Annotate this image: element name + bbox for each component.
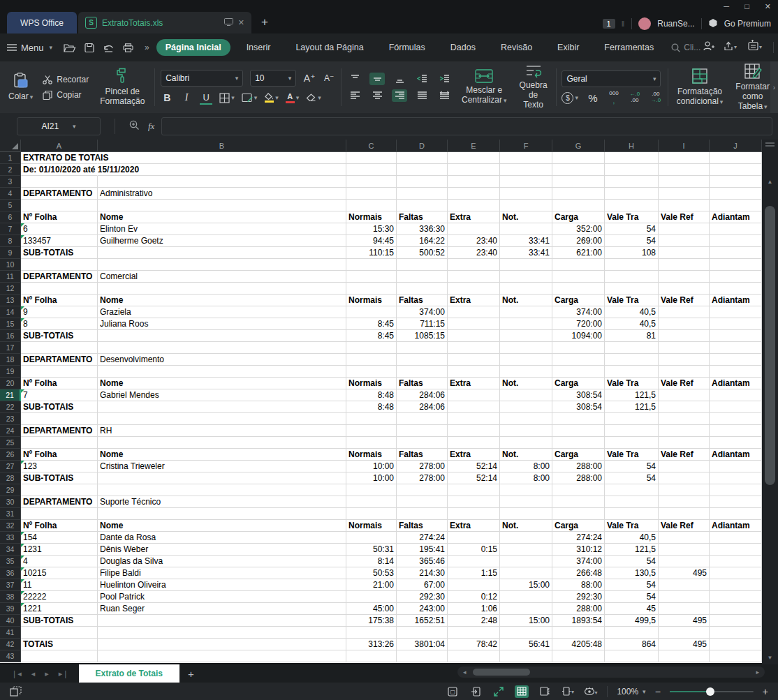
cell-I31[interactable] <box>659 508 710 520</box>
cell-F18[interactable] <box>500 354 552 366</box>
cell-H3[interactable] <box>605 176 659 188</box>
cell-J21[interactable] <box>710 389 762 401</box>
cell-J10[interactable] <box>710 259 762 271</box>
merge-center-button[interactable]: Mesclar e Centralizar▾ <box>459 68 510 107</box>
cell-J23[interactable] <box>710 413 762 425</box>
cell-A31[interactable] <box>21 508 98 520</box>
cell-A33[interactable]: 154 <box>21 532 98 544</box>
scroll-right-arrow[interactable]: ▸ <box>756 669 759 676</box>
cell-C30[interactable] <box>346 496 397 508</box>
cell-J14[interactable] <box>710 306 762 318</box>
cell-G38[interactable]: 292:30 <box>552 591 605 603</box>
row-header-37[interactable]: 37 <box>0 579 21 591</box>
cell-J31[interactable] <box>710 508 762 520</box>
font-color-button[interactable]: A▾ <box>286 91 300 104</box>
cell-C21[interactable]: 8:48 <box>346 389 397 401</box>
cell-C6[interactable]: Normais <box>346 211 397 223</box>
cell-B25[interactable] <box>98 437 346 449</box>
cell-J27[interactable] <box>710 461 762 472</box>
cell-C41[interactable] <box>346 627 397 639</box>
cell-I19[interactable] <box>659 366 710 378</box>
cell-F20[interactable]: Not. <box>500 378 552 389</box>
cell-J16[interactable] <box>710 330 762 342</box>
cell-A30[interactable]: DEPARTAMENTO <box>21 496 98 508</box>
cell-E7[interactable] <box>448 223 500 235</box>
cell-H22[interactable]: 121,5 <box>605 401 659 413</box>
cell-J20[interactable]: Adiantam <box>710 378 762 389</box>
cell-I2[interactable] <box>659 164 710 176</box>
decrease-indent-icon[interactable] <box>414 73 430 85</box>
cell-J8[interactable] <box>710 235 762 247</box>
cell-G41[interactable] <box>552 627 605 639</box>
cell-C19[interactable] <box>346 366 397 378</box>
cell-J2[interactable] <box>710 164 762 176</box>
cell-J19[interactable] <box>710 366 762 378</box>
cell-G12[interactable] <box>552 283 605 295</box>
cell-F30[interactable] <box>500 496 552 508</box>
cell-E20[interactable]: Extra <box>448 378 500 389</box>
column-header-C[interactable]: C <box>346 140 397 152</box>
new-tab-button[interactable]: + <box>261 15 268 29</box>
column-header-J[interactable]: J <box>710 140 762 152</box>
cell-A41[interactable] <box>21 627 98 639</box>
cell-B7[interactable]: Elinton Ev <box>98 223 346 235</box>
cell-I25[interactable] <box>659 437 710 449</box>
cell-D4[interactable] <box>397 188 448 200</box>
cell-H8[interactable]: 54 <box>605 235 659 247</box>
cell-H5[interactable] <box>605 200 659 211</box>
cell-E37[interactable] <box>448 579 500 591</box>
cell-J22[interactable] <box>710 401 762 413</box>
align-bottom-icon[interactable] <box>392 73 407 85</box>
cell-B11[interactable]: Comercial <box>98 271 346 283</box>
cell-A40[interactable]: SUB-TOTAIS <box>21 615 98 627</box>
cell-F12[interactable] <box>500 283 552 295</box>
cell-J40[interactable] <box>710 615 762 627</box>
cell-G28[interactable]: 288:00 <box>552 472 605 484</box>
cell-G13[interactable]: Carga <box>552 295 605 306</box>
cell-H1[interactable] <box>605 152 659 164</box>
copy-button[interactable]: Copiar <box>43 90 89 100</box>
cell-I35[interactable] <box>659 556 710 567</box>
cell-H38[interactable]: 54 <box>605 591 659 603</box>
fullscreen-icon[interactable] <box>492 685 506 698</box>
cell-G4[interactable] <box>552 188 605 200</box>
cell-F9[interactable]: 33:41 <box>500 247 552 259</box>
column-header-A[interactable]: A <box>21 140 98 152</box>
cell-C26[interactable]: Normais <box>346 449 397 461</box>
cell-J5[interactable] <box>710 200 762 211</box>
cell-C25[interactable] <box>346 437 397 449</box>
cell-E38[interactable]: 0:12 <box>448 591 500 603</box>
cell-G8[interactable]: 269:00 <box>552 235 605 247</box>
cell-F14[interactable] <box>500 306 552 318</box>
user-name[interactable]: RuanSe... <box>657 19 694 29</box>
scroll-down-arrow[interactable]: ▼ <box>762 655 778 661</box>
cell-B4[interactable]: Administrativo <box>98 188 346 200</box>
cell-H4[interactable] <box>605 188 659 200</box>
cell-D14[interactable]: 374:00 <box>397 306 448 318</box>
cell-F3[interactable] <box>500 176 552 188</box>
normal-view-icon[interactable] <box>515 685 529 698</box>
cell-B21[interactable]: Gabriel Mendes <box>98 389 346 401</box>
cell-G25[interactable] <box>552 437 605 449</box>
cell-D42[interactable]: 3801:04 <box>397 639 448 650</box>
cell-F15[interactable] <box>500 318 552 330</box>
cell-A10[interactable] <box>21 259 98 271</box>
cell-E19[interactable] <box>448 366 500 378</box>
cell-C13[interactable]: Normais <box>346 295 397 306</box>
cell-F38[interactable] <box>500 591 552 603</box>
cell-G10[interactable] <box>552 259 605 271</box>
cell-J37[interactable] <box>710 579 762 591</box>
cell-F16[interactable] <box>500 330 552 342</box>
cell-D24[interactable] <box>397 425 448 437</box>
cell-I12[interactable] <box>659 283 710 295</box>
align-center-icon[interactable] <box>369 89 385 102</box>
row-header-40[interactable]: 40 <box>0 615 21 627</box>
cell-A11[interactable]: DEPARTAMENTO <box>21 271 98 283</box>
cell-D23[interactable] <box>397 413 448 425</box>
row-header-27[interactable]: 27 <box>0 461 21 472</box>
cell-J29[interactable] <box>710 484 762 496</box>
cell-A37[interactable]: 11 <box>21 579 98 591</box>
cell-A8[interactable]: 133457 <box>21 235 98 247</box>
column-header-D[interactable]: D <box>397 140 448 152</box>
cell-I3[interactable] <box>659 176 710 188</box>
